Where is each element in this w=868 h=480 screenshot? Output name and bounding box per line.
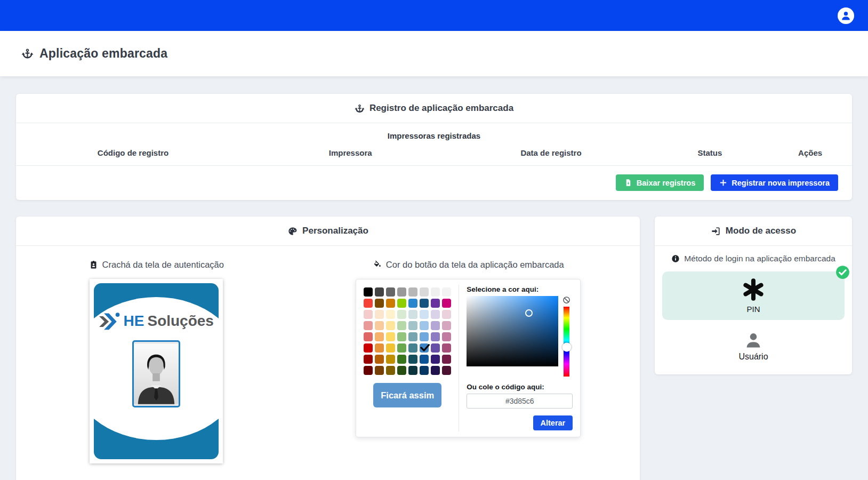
palette-swatch[interactable] [364,299,373,308]
apply-color-button[interactable]: Alterar [533,415,573,430]
palette-swatch[interactable] [364,332,373,341]
palette-swatch[interactable] [375,299,384,308]
palette-swatch[interactable] [364,321,373,330]
palette-swatch[interactable] [386,366,395,375]
palette-swatch[interactable] [397,366,406,375]
palette-swatch[interactable] [420,332,429,341]
register-printer-button[interactable]: Registrar nova impressora [711,174,838,191]
palette-swatch[interactable] [397,287,406,297]
palette-swatch[interactable] [386,321,395,330]
palette-swatch[interactable] [408,332,417,341]
palette-swatch[interactable] [364,343,373,353]
download-records-button[interactable]: Baixar registros [616,174,704,191]
palette-swatch[interactable] [442,332,451,341]
palette-swatch[interactable] [442,366,451,375]
palette-swatch[interactable] [364,287,373,297]
column-actions: Ações [768,148,852,157]
palette-swatch[interactable] [375,321,384,330]
palette-swatch[interactable] [420,321,429,330]
palette-swatch[interactable] [408,355,417,364]
user-avatar-button[interactable] [838,7,854,24]
page-titlebar: Aplicação embarcada [0,31,868,76]
personalization-card-header: Personalização [16,217,640,246]
palette-pane: Ficará assim [356,279,459,437]
palette-swatch[interactable] [386,343,395,353]
palette-swatch[interactable] [431,366,440,375]
palette-swatch[interactable] [431,310,440,319]
palette-swatch[interactable] [408,287,417,297]
user-option-label: Usuário [738,352,768,362]
palette-swatch[interactable] [375,287,384,297]
palette-swatch[interactable] [431,343,440,353]
palette-swatch[interactable] [397,321,406,330]
palette-swatch[interactable] [397,343,406,353]
palette-swatch[interactable] [375,310,384,319]
palette-swatch[interactable] [397,299,406,308]
personalization-card-title: Personalização [302,226,368,236]
printers-table-header: Código de registro Impressora Data de re… [16,141,852,166]
palette-swatch[interactable] [386,310,395,319]
selected-check-icon [835,265,850,279]
palette-swatch[interactable] [364,366,373,375]
palette-swatch[interactable] [442,287,451,297]
palette-swatch[interactable] [364,310,373,319]
palette-swatch[interactable] [408,310,417,319]
palette-swatch[interactable] [364,355,373,364]
sv-cursor[interactable] [525,309,533,317]
palette-swatch[interactable] [397,355,406,364]
palette-swatch[interactable] [375,355,384,364]
palette-swatch[interactable] [442,299,451,308]
palette-swatch[interactable] [431,287,440,297]
info-circle-icon [671,254,680,263]
color-code-input[interactable] [467,394,573,409]
color-picker-panel: Ficará assim Selecione a cor aqui: [356,279,581,437]
palette-swatch[interactable] [442,355,451,364]
printers-table-subtitle: Impressoras registradas [16,123,852,141]
badge-section-label: Crachá da tela de autenticação [102,260,224,270]
hue-slider[interactable] [564,307,569,377]
anchor-icon [355,103,365,114]
palette-swatch[interactable] [420,366,429,375]
palette-swatch[interactable] [408,299,417,308]
palette-swatch[interactable] [375,332,384,341]
color-section-label-row: Cor do botão da tela da aplicação embarc… [373,260,564,270]
palette-swatch[interactable] [408,343,417,353]
palette-swatch[interactable] [431,355,440,364]
swatch-check-icon [419,342,430,353]
palette-swatch[interactable] [420,310,429,319]
palette-grid [364,287,451,375]
palette-swatch[interactable] [431,299,440,308]
palette-swatch[interactable] [420,299,429,308]
palette-swatch[interactable] [431,332,440,341]
palette-swatch[interactable] [442,310,451,319]
palette-swatch[interactable] [375,343,384,353]
registry-card: Registro de aplicação embarcada Impresso… [16,94,852,200]
auth-badge-preview: HE Soluções [90,279,223,463]
palette-swatch[interactable] [386,299,395,308]
palette-swatch[interactable] [408,321,417,330]
palette-swatch[interactable] [386,355,395,364]
color-section-label: Cor do botão da tela da aplicação embarc… [386,260,564,270]
registry-card-header: Registro de aplicação embarcada [16,94,852,123]
palette-swatch[interactable] [397,332,406,341]
palette-swatch[interactable] [375,366,384,375]
column-printer: Impressora [250,148,451,157]
saturation-value-square[interactable] [467,296,558,366]
access-card-header: Modo de acesso [655,217,852,246]
color-preview-button[interactable]: Ficará assim [373,383,441,407]
access-option-user[interactable]: Usuário [655,320,852,374]
palette-swatch[interactable] [420,287,429,297]
palette-swatch[interactable] [431,321,440,330]
palette-swatch[interactable] [442,321,451,330]
palette-swatch[interactable] [386,332,395,341]
palette-swatch[interactable] [442,343,451,353]
palette-swatch[interactable] [420,355,429,364]
hue-slider-knob[interactable] [562,342,571,351]
access-option-pin[interactable]: PIN [662,271,845,320]
palette-swatch[interactable] [420,343,429,353]
palette-swatch[interactable] [386,287,395,297]
palette-swatch[interactable] [408,366,417,375]
no-color-icon[interactable] [562,296,570,304]
palette-swatch[interactable] [397,310,406,319]
paint-fill-icon [373,260,382,269]
